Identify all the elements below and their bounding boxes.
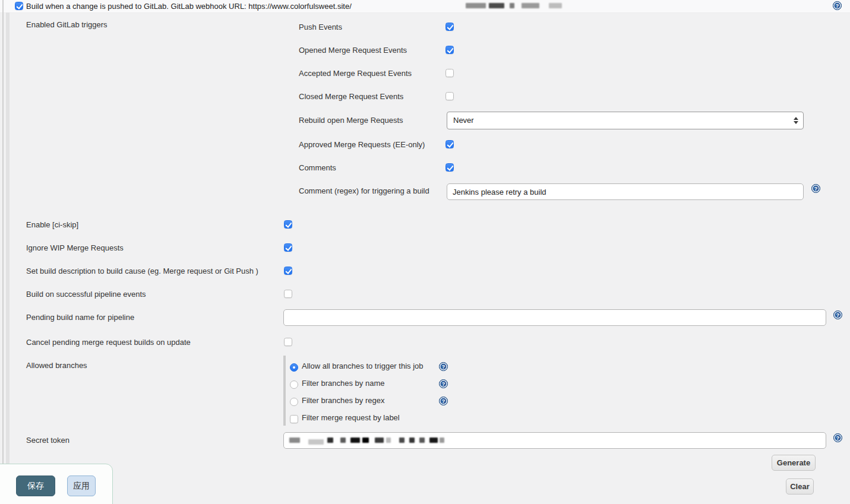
radio-group-divider	[283, 356, 286, 426]
rebuild-open-mr-select[interactable]: Never	[447, 112, 804, 129]
redacted-webhook-url	[466, 3, 562, 8]
allowed-branches-label: Allowed branches	[26, 361, 87, 370]
triggers-section-label: Enabled GitLab triggers	[26, 20, 108, 29]
ignore-wip-label: Ignore WIP Merge Requests	[26, 243, 124, 252]
comment-regex-input[interactable]	[447, 183, 804, 200]
clear-button[interactable]: Clear	[786, 478, 814, 495]
push-events-checkbox[interactable]	[445, 23, 454, 31]
filter-mr-by-label-label: Filter merge request by label	[302, 413, 400, 422]
filter-branches-by-regex-radio[interactable]	[290, 398, 298, 406]
filter-branches-by-regex-label: Filter branches by regex	[302, 396, 384, 405]
help-icon[interactable]: ?	[439, 379, 448, 388]
build-trigger-header-row: Build when a change is pushed to GitLab.…	[0, 0, 850, 13]
ignore-wip-checkbox[interactable]	[284, 243, 292, 252]
help-icon[interactable]: ?	[833, 310, 842, 319]
opened-mr-events-checkbox[interactable]	[445, 46, 454, 54]
section-indent-line	[2, 0, 4, 464]
comments-checkbox[interactable]	[445, 163, 454, 172]
comment-regex-label: Comment (regex) for triggering a build	[299, 186, 429, 195]
accepted-mr-events-checkbox[interactable]	[445, 69, 454, 77]
approved-mr-label: Approved Merge Requests (EE-only)	[299, 140, 425, 149]
generate-button[interactable]: Generate	[772, 455, 816, 471]
help-icon[interactable]: ?	[833, 1, 842, 10]
opened-mr-events-label: Opened Merge Request Events	[299, 46, 407, 55]
help-icon[interactable]: ?	[811, 184, 820, 193]
apply-button[interactable]: 应用	[67, 476, 96, 496]
filter-mr-by-label-checkbox[interactable]	[290, 415, 298, 423]
approved-mr-checkbox[interactable]	[445, 140, 454, 148]
build-trigger-label: Build when a change is pushed to GitLab.…	[26, 2, 352, 11]
pending-build-name-label: Pending build name for pipeline	[26, 313, 134, 322]
rebuild-open-mr-selected-value: Never	[453, 116, 474, 125]
section-indent-bar	[6, 12, 10, 464]
allow-all-branches-radio[interactable]	[290, 363, 298, 372]
build-on-pipeline-checkbox[interactable]	[284, 290, 292, 298]
allow-all-branches-label: Allow all branches to trigger this job	[302, 362, 424, 370]
set-build-description-label: Set build description to build cause (eg…	[26, 267, 258, 275]
enable-ci-skip-checkbox[interactable]	[284, 220, 292, 229]
closed-mr-events-checkbox[interactable]	[445, 92, 454, 100]
select-stepper-icon	[794, 117, 798, 124]
build-on-pipeline-label: Build on successful pipeline events	[26, 290, 146, 299]
save-button[interactable]: 保存	[16, 476, 55, 496]
build-trigger-checkbox[interactable]	[15, 2, 23, 10]
help-icon[interactable]: ?	[833, 433, 842, 442]
accepted-mr-events-label: Accepted Merge Request Events	[299, 69, 412, 78]
secret-token-label: Secret token	[26, 436, 69, 445]
help-icon[interactable]: ?	[439, 397, 448, 405]
pending-build-name-input[interactable]	[283, 309, 826, 326]
cancel-pending-checkbox[interactable]	[284, 338, 292, 346]
help-icon[interactable]: ?	[439, 362, 448, 371]
set-build-description-checkbox[interactable]	[284, 267, 292, 275]
filter-branches-by-name-radio[interactable]	[290, 381, 298, 389]
closed-mr-events-label: Closed Merge Request Events	[299, 92, 403, 101]
cancel-pending-label: Cancel pending merge request builds on u…	[26, 338, 191, 347]
enable-ci-skip-label: Enable [ci-skip]	[26, 220, 78, 229]
redacted-secret-token	[289, 436, 444, 445]
comments-label: Comments	[299, 163, 336, 172]
rebuild-open-mr-label: Rebuild open Merge Requests	[299, 116, 403, 125]
push-events-label: Push Events	[299, 23, 342, 31]
filter-branches-by-name-label: Filter branches by name	[302, 379, 384, 388]
